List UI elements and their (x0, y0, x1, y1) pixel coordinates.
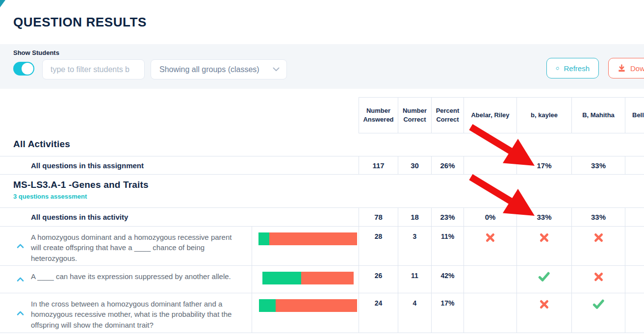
collapse-chevron-icon[interactable] (16, 275, 25, 283)
section-title: MS-LS3.A-1 -Genes and Traits (13, 180, 644, 190)
student-value: 33% (516, 208, 571, 226)
show-students-label: Show Students (13, 49, 59, 56)
question-text-cell: In the cross between a homozygous domina… (0, 293, 252, 333)
section-heading-all-activities: All Activities (0, 133, 644, 156)
student-value: 0% (464, 208, 516, 226)
question-text: A ____ can have its expression suppresse… (31, 272, 231, 281)
col-header-student-1: b, kaylee (516, 97, 571, 133)
header-spacer (0, 97, 359, 133)
results-table: Number Answered Number Correct Percent C… (0, 89, 644, 333)
student-value (464, 156, 516, 174)
collapse-chevron-icon[interactable] (16, 242, 25, 250)
refresh-label: Refresh (564, 64, 590, 73)
answer-distribution-bar (262, 272, 354, 284)
col-header-number-answered: Number Answered (359, 97, 398, 133)
chevron-down-icon (273, 67, 280, 72)
page-title: QUESTION RESULTS (13, 15, 644, 30)
answer-mark (538, 272, 550, 282)
download-icon (618, 64, 626, 73)
col-header-percent-correct: Percent Correct (431, 97, 464, 133)
correct-bar-segment (259, 299, 276, 312)
question-row: A ____ can have its expression suppresse… (0, 265, 644, 293)
correct-bar-segment (262, 272, 301, 284)
question-text: In the cross between a homozygous domina… (31, 300, 232, 329)
answer-distribution-cell (252, 227, 359, 265)
answer-mark (592, 299, 605, 309)
percent-correct-value: 26% (431, 156, 464, 174)
number-answered-value: 26 (359, 266, 398, 293)
student-value: 33% (571, 156, 625, 174)
number-correct-value: 3 (398, 227, 431, 265)
answer-mark (485, 232, 495, 243)
percent-correct-value: 17% (431, 293, 464, 333)
student-value: 33% (571, 208, 625, 226)
question-text-cell: A ____ can have its expression suppresse… (0, 266, 252, 293)
number-correct-value: 30 (398, 156, 431, 174)
answer-distribution-cell (252, 293, 359, 333)
question-text: A homozygous dominant and a homozygous r… (31, 233, 232, 262)
incorrect-bar-segment (269, 232, 357, 245)
number-answered-value: 28 (359, 227, 398, 265)
table-header-row: Number Answered Number Correct Percent C… (0, 97, 644, 133)
group-dropdown-value: Showing all groups (classes) (159, 65, 273, 74)
col-header-number-correct: Number Correct (398, 97, 431, 133)
answer-distribution-bar (258, 232, 357, 245)
student-value: 17% (516, 156, 571, 174)
row-label: All questions in this assignment (0, 156, 359, 174)
question-row: In the cross between a homozygous domina… (0, 293, 644, 333)
answer-distribution-cell (252, 266, 359, 293)
col-header-student-2: B, Mahitha (571, 97, 625, 133)
number-answered-value: 78 (359, 208, 398, 226)
answer-mark (593, 272, 604, 282)
group-dropdown[interactable]: Showing all groups (classes) (151, 59, 287, 79)
show-students-toggle[interactable] (13, 62, 34, 76)
answer-distribution-bar (259, 299, 357, 312)
percent-correct-value: 11% (431, 227, 464, 265)
topbar: QUESTION RESULTS (0, 0, 644, 44)
question-results-page: QUESTION RESULTS Show Students Showing a… (0, 0, 644, 334)
number-correct-value: 11 (398, 266, 431, 293)
answer-mark (539, 232, 549, 243)
incorrect-bar-segment (301, 272, 354, 284)
filter-bar: Show Students Showing all groups (classe… (0, 44, 644, 89)
refresh-icon (556, 64, 559, 73)
col-header-student-3: Bell (625, 97, 644, 133)
correct-bar-segment (258, 232, 269, 245)
toggle-knob (22, 63, 33, 75)
number-correct-value: 18 (398, 208, 431, 226)
section-title: All Activities (13, 139, 644, 150)
student-value (625, 208, 644, 226)
percent-correct-value: 23% (431, 208, 464, 226)
summary-row-assignment: All questions in this assignment 117 30 … (0, 156, 644, 175)
section-heading-ms-ls3: MS-LS3.A-1 -Genes and Traits 3 questions… (0, 175, 644, 207)
summary-row-activity: All questions in this activity 78 18 23%… (0, 207, 644, 226)
number-answered-value: 117 (359, 156, 398, 174)
question-row: A homozygous dominant and a homozygous r… (0, 226, 644, 265)
number-correct-value: 4 (398, 293, 431, 333)
answer-mark (539, 299, 549, 309)
student-filter-input[interactable] (42, 59, 145, 79)
download-button[interactable]: Download (608, 58, 644, 78)
number-answered-value: 24 (359, 293, 398, 333)
collapse-chevron-icon[interactable] (16, 309, 25, 317)
incorrect-bar-segment (276, 299, 357, 312)
assessment-link[interactable]: 3 questions assessment (13, 193, 644, 200)
refresh-button[interactable]: Refresh (546, 58, 599, 78)
corner-accent (0, 0, 5, 7)
percent-correct-value: 42% (431, 266, 464, 293)
download-label: Download (630, 64, 644, 73)
row-label: All questions in this activity (0, 208, 359, 226)
question-text-cell: A homozygous dominant and a homozygous r… (0, 227, 252, 265)
answer-mark (593, 232, 604, 243)
col-header-student-0: Abelar, Riley (464, 97, 516, 133)
student-value (625, 156, 644, 174)
